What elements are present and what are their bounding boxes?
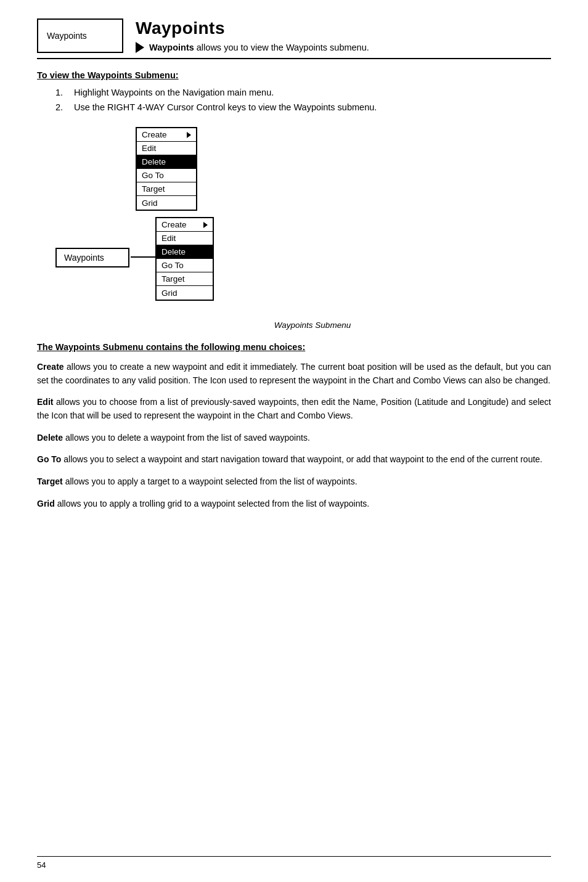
menu-delete: Delete: [157, 245, 213, 259]
page-footer: 54: [37, 856, 551, 870]
header-tab: Waypoints: [37, 18, 123, 53]
menu-create: Create: [157, 218, 213, 232]
desc-edit: allows you to choose from a list of prev…: [37, 397, 551, 420]
submenu-arrow-create: [187, 132, 191, 138]
diagram-container: Waypoints Create Edit Delete Go To Targe…: [37, 216, 551, 314]
diagram-caption: Waypoints Submenu: [37, 321, 551, 330]
submenu-item-edit: Edit: [137, 142, 196, 155]
term-goto: Go To: [37, 454, 61, 464]
page-number: 54: [37, 860, 46, 870]
page-title: Waypoints: [136, 18, 551, 38]
submenu-label-target: Target: [142, 184, 165, 194]
para-edit: Edit allows you to choose from a list of…: [37, 396, 551, 422]
desc-grid: allows you to apply a trolling grid to a…: [55, 499, 369, 508]
desc-goto: allows you to select a waypoint and star…: [61, 454, 542, 464]
step-2-text: Use the RIGHT 4-WAY Cursor Control keys …: [74, 102, 377, 112]
right-arrow-icon: [136, 42, 144, 53]
submenu-label-edit: Edit: [142, 144, 156, 153]
term-delete: Delete: [37, 433, 63, 443]
diagram-label-text: Waypoints: [64, 253, 104, 263]
para-goto: Go To allows you to select a waypoint an…: [37, 453, 551, 467]
submenu-menu: Create Edit Delete Go To Target Grid: [155, 217, 214, 301]
submenu-item-delete: Delete: [137, 155, 196, 169]
submenu-label-grid: Grid: [142, 198, 158, 208]
section1-heading: To view the Waypoints Submenu:: [37, 70, 551, 80]
step-2: 2. Use the RIGHT 4-WAY Cursor Control ke…: [55, 102, 551, 112]
para-create: Create allows you to create a new waypoi…: [37, 361, 551, 387]
connector-line: [131, 256, 155, 258]
submenu-label-create: Create: [142, 130, 167, 139]
diagram-caption-text: Waypoints Submenu: [274, 321, 351, 330]
term-edit: Edit: [37, 397, 53, 407]
diagram-area: Create Edit Delete Go To Target: [37, 127, 551, 211]
step-1-text: Highlight Waypoints on the Navigation ma…: [74, 88, 274, 97]
header-desc-bold: Waypoints: [149, 43, 194, 52]
term-grid: Grid: [37, 499, 55, 508]
header-tab-label: Waypoints: [47, 31, 87, 41]
submenu-item-goto: Go To: [137, 169, 196, 182]
para-grid: Grid allows you to apply a trolling grid…: [37, 497, 551, 511]
menu-grid: Grid: [157, 286, 213, 300]
header-desc-rest: allows you to view the Waypoints submenu…: [194, 43, 369, 52]
menu-target: Target: [157, 272, 213, 286]
submenu-label-goto: Go To: [142, 171, 164, 180]
header-section: Waypoints Waypoints Waypoints allows you…: [37, 18, 551, 59]
create-arrow-icon: [203, 222, 208, 228]
section2-heading: The Waypoints Submenu contains the follo…: [37, 342, 551, 352]
step-1: 1. Highlight Waypoints on the Navigation…: [55, 88, 551, 97]
menu-goto: Go To: [157, 259, 213, 272]
term-create: Create: [37, 362, 64, 372]
desc-create: allows you to create a new waypoint and …: [37, 362, 551, 385]
header-description: Waypoints allows you to view the Waypoin…: [149, 43, 369, 52]
steps-list: 1. Highlight Waypoints on the Navigation…: [37, 88, 551, 112]
desc-delete: allows you to delete a waypoint from the…: [63, 433, 310, 443]
header-title-area: Waypoints Waypoints allows you to view t…: [136, 18, 551, 53]
submenu-label-delete: Delete: [142, 157, 166, 166]
menu-edit: Edit: [157, 232, 213, 245]
para-target: Target allows you to apply a target to a…: [37, 475, 551, 489]
submenu-item-create: Create: [137, 128, 196, 142]
desc-target: allows you to apply a target to a waypoi…: [63, 476, 357, 486]
page: Waypoints Waypoints Waypoints allows you…: [0, 0, 588, 557]
submenu-item-grid: Grid: [137, 196, 196, 210]
header-desc-row: Waypoints allows you to view the Waypoin…: [136, 42, 551, 53]
submenu-item-target: Target: [137, 182, 196, 196]
diagram-label: Waypoints: [55, 248, 129, 267]
para-delete: Delete allows you to delete a waypoint f…: [37, 431, 551, 445]
term-target: Target: [37, 476, 63, 486]
submenu-box: Create Edit Delete Go To Target: [136, 127, 197, 211]
